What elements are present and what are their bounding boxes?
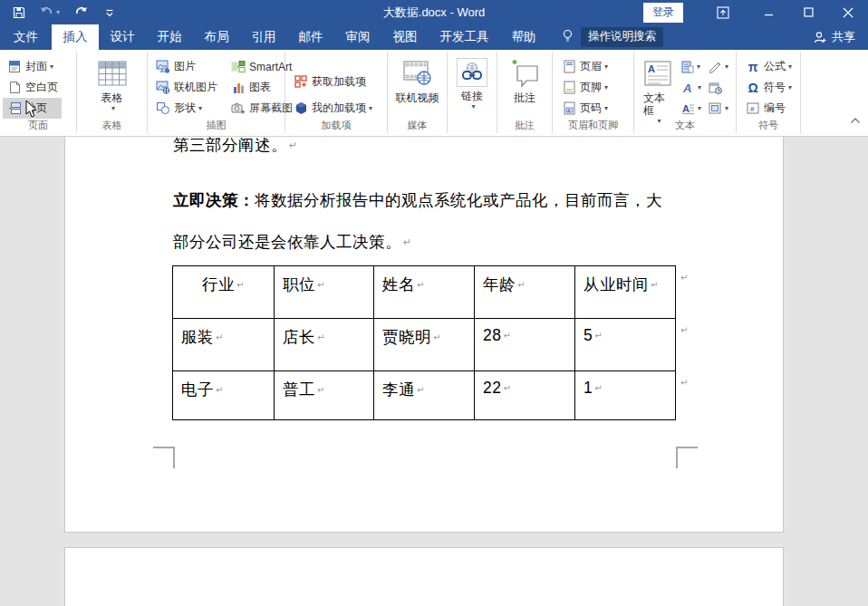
chevron-down-icon: ▾ xyxy=(604,63,608,71)
paragraph-1[interactable]: 第三部分阐述。 xyxy=(173,134,298,156)
tab-layout[interactable]: 布局 xyxy=(193,24,240,50)
group-addins: 获取加载项 我的加载项▾ 加载项 xyxy=(285,52,388,133)
page-2[interactable] xyxy=(64,547,784,606)
group-illustrations: 图片 联机图片 形状▾ SmartArt 图表 xyxy=(148,52,285,133)
table-cell[interactable]: 1 xyxy=(575,371,676,420)
drop-cap-button[interactable]: A ▾ xyxy=(681,102,709,115)
table-cell[interactable]: 普工 xyxy=(275,371,374,420)
maximize-button[interactable] xyxy=(788,0,828,24)
chart-icon xyxy=(230,81,246,95)
tab-mailings[interactable]: 邮件 xyxy=(287,24,334,50)
link-button[interactable]: 链接 ▾ xyxy=(451,56,493,133)
table-cell[interactable]: 22 xyxy=(475,371,575,420)
table-cell[interactable]: 行业 xyxy=(173,266,275,319)
blank-page-button[interactable]: 空白页 xyxy=(3,77,62,98)
chevron-down-icon: ▾ xyxy=(604,83,608,91)
online-pictures-button[interactable]: 联机图片 xyxy=(151,77,221,98)
redo-button[interactable] xyxy=(72,5,89,21)
tab-review[interactable]: 审阅 xyxy=(334,24,381,50)
chevron-down-icon: ▾ xyxy=(198,104,202,112)
tab-design[interactable]: 设计 xyxy=(99,24,146,50)
titlebar-controls: 登录 xyxy=(643,0,868,24)
group-label-tables: 表格 xyxy=(77,119,147,132)
my-addins-icon xyxy=(293,101,309,115)
ribbon-right-area xyxy=(801,52,868,133)
share-button[interactable]: 共享 xyxy=(814,24,855,50)
group-label-illustrations: 插图 xyxy=(148,119,285,132)
wordart-icon: A xyxy=(681,82,695,94)
symbol-button[interactable]: Ω 符号▾ xyxy=(741,77,796,98)
tab-help[interactable]: 帮助 xyxy=(500,24,547,50)
table-cell[interactable]: 店长 xyxy=(275,319,374,371)
paragraph-2-line-1[interactable]: 立即决策：将数据分析报告中的观点系统化或产品化，目前而言，大 xyxy=(173,189,662,211)
table-icon xyxy=(98,58,127,89)
table-cell[interactable]: 姓名 xyxy=(374,266,475,319)
signature-line-button[interactable]: ▾ xyxy=(709,61,736,73)
customize-qat-icon[interactable] xyxy=(101,5,118,21)
signature-line-icon xyxy=(709,61,722,73)
tell-me-search-input[interactable]: 操作说明搜索 xyxy=(581,27,663,47)
chevron-down-icon: ▾ xyxy=(369,104,372,112)
shapes-button[interactable]: 形状▾ xyxy=(151,98,221,119)
collapse-ribbon-icon[interactable] xyxy=(850,111,861,128)
date-time-button[interactable] xyxy=(709,82,736,94)
tab-references[interactable]: 引用 xyxy=(240,24,287,50)
get-addins-button[interactable]: 获取加载项 xyxy=(289,72,376,92)
end-of-row-mark: ↵ xyxy=(680,378,688,388)
my-addins-button[interactable]: 我的加载项▾ xyxy=(289,98,376,119)
undo-button[interactable]: ▾ xyxy=(40,6,60,18)
equation-button[interactable]: π 公式▾ xyxy=(741,56,796,77)
close-button[interactable] xyxy=(828,0,868,24)
svg-text:A: A xyxy=(682,103,690,114)
table-cell[interactable]: 年龄 xyxy=(475,266,575,319)
page-number-button[interactable]: # 页码▾ xyxy=(557,98,612,119)
number-button[interactable]: # 编号 xyxy=(741,98,796,119)
save-icon[interactable] xyxy=(11,5,27,21)
blank-page-icon xyxy=(6,81,23,95)
textbox-icon: A xyxy=(644,58,671,89)
document-table[interactable]: 行业 职位 姓名 年龄 从业时间 服装 店长 贾晓明 28 5 电子 普工 李通… xyxy=(172,265,676,420)
page-1[interactable]: 第三部分阐述。 立即决策：将数据分析报告中的观点系统化或产品化，目前而言，大 部… xyxy=(64,137,784,533)
table-cell[interactable]: 职位 xyxy=(275,266,374,319)
pictures-button[interactable]: 图片 xyxy=(151,56,221,77)
table-cell[interactable]: 28 xyxy=(475,319,575,371)
sign-in-button[interactable]: 登录 xyxy=(643,3,683,23)
svg-text:#: # xyxy=(567,108,570,113)
tab-insert[interactable]: 插入 xyxy=(52,24,99,50)
chevron-down-icon: ▾ xyxy=(111,104,115,112)
shapes-icon xyxy=(155,101,171,116)
ribbon-display-options-icon[interactable] xyxy=(703,0,743,24)
table-cell[interactable]: 5 xyxy=(575,319,676,371)
table-cell[interactable]: 李通 xyxy=(374,371,475,420)
header-icon xyxy=(561,60,577,74)
svg-text:#: # xyxy=(750,105,755,113)
undo-dropdown-icon[interactable]: ▾ xyxy=(56,8,60,16)
minimize-button[interactable] xyxy=(748,0,788,24)
quick-parts-button[interactable]: ▾ xyxy=(681,61,709,73)
equation-icon: π xyxy=(745,60,761,74)
cover-page-button[interactable]: 封面▾ xyxy=(3,56,62,77)
symbol-icon: Ω xyxy=(745,81,761,95)
table-cell[interactable]: 从业时间 xyxy=(575,266,676,319)
document-area[interactable]: 第三部分阐述。 立即决策：将数据分析报告中的观点系统化或产品化，目前而言，大 部… xyxy=(0,137,868,606)
object-button[interactable]: ▾ xyxy=(709,102,736,115)
chevron-down-icon: ▾ xyxy=(788,83,792,91)
chevron-down-icon: ▾ xyxy=(725,63,728,71)
header-button[interactable]: 页眉▾ xyxy=(557,56,612,77)
tab-home[interactable]: 开始 xyxy=(146,24,193,50)
table-cell[interactable]: 电子 xyxy=(173,371,275,420)
group-header-footer: 页眉▾ 页脚▾ # 页码▾ 页眉和页脚 xyxy=(553,52,634,133)
chevron-down-icon: ▾ xyxy=(471,102,475,111)
table-cell[interactable]: 贾晓明 xyxy=(374,319,475,371)
footer-button[interactable]: 页脚▾ xyxy=(557,77,612,98)
group-label-header-footer: 页眉和页脚 xyxy=(553,119,633,132)
tab-file[interactable]: 文件 xyxy=(0,24,52,50)
wordart-button[interactable]: A ▾ xyxy=(681,82,709,94)
table-cell[interactable]: 服装 xyxy=(173,319,275,371)
tab-developer[interactable]: 开发工具 xyxy=(429,24,500,50)
link-icon xyxy=(457,58,487,87)
paragraph-2-line-2[interactable]: 部分公司还是会依靠人工决策。 xyxy=(173,231,412,253)
comment-icon xyxy=(509,58,540,89)
lightbulb-icon xyxy=(562,29,574,45)
tab-view[interactable]: 视图 xyxy=(381,24,429,50)
